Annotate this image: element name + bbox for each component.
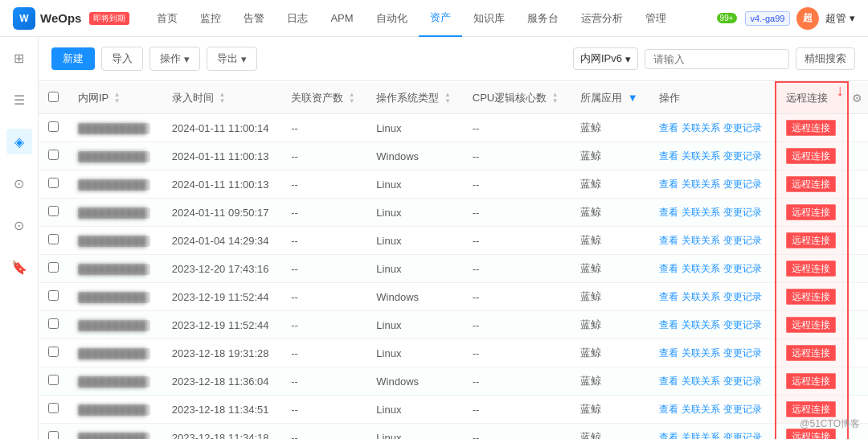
row-checkbox[interactable]: [48, 206, 59, 216]
relation-link[interactable]: 关联关系: [682, 290, 720, 304]
change-log-link[interactable]: 变更记录: [723, 375, 762, 388]
nav-item-monitor[interactable]: 监控: [189, 0, 232, 37]
nav-item-automation[interactable]: 自动化: [365, 0, 419, 37]
row-checkbox[interactable]: [48, 121, 59, 132]
remote-connect-link[interactable]: 远程连接: [786, 401, 836, 417]
user-avatar[interactable]: 超: [796, 7, 819, 30]
sidebar-icon-menu[interactable]: ☰: [6, 87, 32, 113]
action-links: 查看 关联关系 变更记录: [659, 290, 765, 304]
change-log-link[interactable]: 变更记录: [723, 150, 762, 163]
sidebar-icon-grid[interactable]: ⊞: [6, 45, 32, 71]
relation-link[interactable]: 关联关系: [682, 347, 720, 360]
change-log-link[interactable]: 变更记录: [723, 262, 762, 276]
change-log-link[interactable]: 变更记录: [723, 347, 762, 360]
extra-cell: [848, 114, 868, 142]
remote-connect-link[interactable]: 远程连接: [786, 373, 836, 389]
remote-connect-link[interactable]: 远程连接: [786, 345, 836, 361]
gear-icon[interactable]: ⚙: [852, 92, 862, 105]
relation-link[interactable]: 关联关系: [682, 234, 720, 248]
relation-link[interactable]: 关联关系: [682, 403, 720, 416]
nav-item-apm[interactable]: APM: [319, 0, 364, 37]
remote-connect-link[interactable]: 远程连接: [786, 204, 836, 220]
view-link[interactable]: 查看: [659, 318, 678, 332]
change-log-link[interactable]: 变更记录: [723, 431, 762, 440]
view-link[interactable]: 查看: [659, 234, 678, 248]
sidebar-icon-bookmark[interactable]: 🔖: [6, 254, 32, 280]
app-filter-icon[interactable]: ▼: [628, 92, 638, 104]
nav-item-operations[interactable]: 运营分析: [570, 0, 634, 37]
row-checkbox[interactable]: [48, 150, 59, 160]
view-link[interactable]: 查看: [659, 403, 678, 416]
change-log-link[interactable]: 变更记录: [723, 206, 762, 220]
search-input[interactable]: [645, 49, 789, 69]
row-checkbox-cell: [39, 170, 68, 199]
relation-link[interactable]: 关联关系: [682, 206, 720, 220]
main-layout: ⊞ ☰ ◈ ⊙ ⊙ 🔖 新建 导入 操作 ▾ 导出 ▾ 内网IPv6: [0, 37, 868, 439]
select-all-checkbox[interactable]: [48, 92, 59, 102]
remote-connect-link[interactable]: 远程连接: [786, 148, 836, 164]
relation-link[interactable]: 关联关系: [682, 178, 720, 191]
row-checkbox[interactable]: [48, 403, 59, 413]
change-log-link[interactable]: 变更记录: [723, 290, 762, 304]
sidebar-icon-shield1[interactable]: ⊙: [6, 170, 32, 196]
cpu-sort-icon[interactable]: ▲ ▼: [552, 92, 559, 105]
nav-item-home[interactable]: 首页: [145, 0, 189, 37]
row-checkbox[interactable]: [48, 178, 59, 188]
advanced-search-button[interactable]: 精细搜索: [796, 47, 855, 70]
change-log-link[interactable]: 变更记录: [723, 403, 762, 416]
action-cell: 查看 关联关系 变更记录: [649, 170, 776, 199]
new-button[interactable]: 新建: [51, 47, 95, 70]
view-link[interactable]: 查看: [659, 121, 678, 135]
nav-item-assets[interactable]: 资产: [419, 0, 462, 37]
change-log-link[interactable]: 变更记录: [723, 318, 762, 332]
remote-connect-link[interactable]: 远程连接: [786, 261, 836, 277]
remote-connect-link[interactable]: 远程连接: [786, 317, 836, 333]
remote-connect-link[interactable]: 远程连接: [786, 176, 836, 192]
relation-link[interactable]: 关联关系: [682, 318, 720, 332]
relation-link[interactable]: 关联关系: [682, 150, 720, 163]
view-link[interactable]: 查看: [659, 262, 678, 276]
export-button[interactable]: 导出 ▾: [207, 47, 257, 71]
action-button[interactable]: 操作 ▾: [149, 47, 200, 71]
row-checkbox[interactable]: [48, 234, 59, 244]
ip-cell: ██████████: [68, 311, 162, 339]
nav-item-log[interactable]: 日志: [276, 0, 319, 37]
filter-select[interactable]: 内网IPv6 ▾: [573, 47, 638, 70]
change-log-link[interactable]: 变更记录: [723, 178, 762, 191]
view-link[interactable]: 查看: [659, 178, 678, 191]
nav-item-alert[interactable]: 告警: [232, 0, 276, 37]
row-checkbox[interactable]: [48, 347, 59, 357]
row-checkbox[interactable]: [48, 318, 59, 329]
remote-connect-link[interactable]: 远程连接: [786, 289, 836, 305]
relation-link[interactable]: 关联关系: [682, 431, 720, 440]
import-button[interactable]: 导入: [101, 47, 143, 71]
view-link[interactable]: 查看: [659, 290, 678, 304]
row-checkbox[interactable]: [48, 262, 59, 273]
relation-link[interactable]: 关联关系: [682, 262, 720, 276]
relation-link[interactable]: 关联关系: [682, 121, 720, 135]
ip-sort-icon[interactable]: ▲ ▼: [114, 92, 121, 105]
os-sort-icon[interactable]: ▲ ▼: [444, 92, 451, 105]
header-app: 所属应用 ▼: [571, 82, 649, 114]
sidebar-icon-shield2[interactable]: ⊙: [6, 212, 32, 238]
row-checkbox[interactable]: [48, 375, 59, 385]
row-checkbox[interactable]: [48, 290, 59, 301]
view-link[interactable]: 查看: [659, 347, 678, 360]
assets-sort-icon[interactable]: ▲ ▼: [349, 92, 355, 105]
time-sort-icon[interactable]: ▲ ▼: [219, 92, 225, 105]
change-log-link[interactable]: 变更记录: [723, 121, 762, 135]
view-link[interactable]: 查看: [659, 150, 678, 163]
remote-connect-link[interactable]: 远程连接: [786, 120, 836, 136]
relation-link[interactable]: 关联关系: [682, 375, 720, 388]
view-link[interactable]: 查看: [659, 375, 678, 388]
nav-item-knowledge[interactable]: 知识库: [462, 0, 516, 37]
view-link[interactable]: 查看: [659, 431, 678, 440]
remote-connect-link[interactable]: 远程连接: [786, 232, 836, 248]
nav-item-manage[interactable]: 管理: [634, 0, 678, 37]
assets-cell: --: [281, 396, 366, 424]
view-link[interactable]: 查看: [659, 206, 678, 220]
row-checkbox[interactable]: [48, 431, 59, 439]
sidebar-icon-layers[interactable]: ◈: [6, 129, 32, 154]
nav-item-service[interactable]: 服务台: [516, 0, 570, 37]
change-log-link[interactable]: 变更记录: [723, 234, 762, 248]
